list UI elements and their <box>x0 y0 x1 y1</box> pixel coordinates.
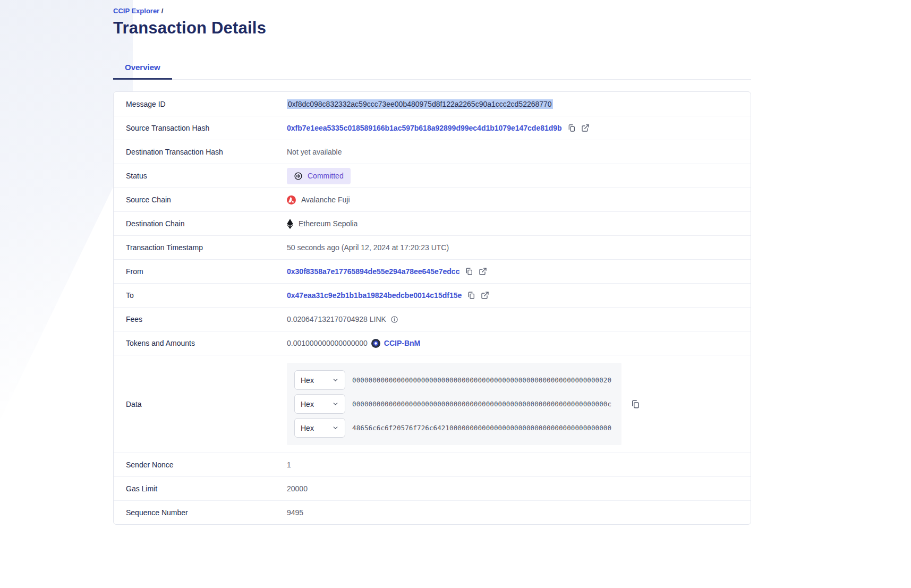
breadcrumb-ccip-explorer-link[interactable]: CCIP Explorer <box>113 7 159 15</box>
destination-tx-hash-value: Not yet available <box>287 148 342 156</box>
hex-format-select-value: Hex <box>301 400 314 408</box>
tab-overview[interactable]: Overview <box>113 57 172 79</box>
row-label: Sender Nonce <box>114 461 287 469</box>
copy-icon[interactable] <box>467 291 475 300</box>
sender-nonce-value: 1 <box>287 461 291 469</box>
data-hex-value: 48656c6c6f20576f726c64210000000000000000… <box>352 424 611 432</box>
row-sender-nonce: Sender Nonce 1 <box>114 453 751 476</box>
main-content: CCIP Explorer / Transaction Details Over… <box>113 0 751 525</box>
transaction-details-card: Message ID 0xf8dc098c832332ac59ccc73ee00… <box>113 91 751 525</box>
row-label: From <box>114 267 287 276</box>
gas-limit-value: 20000 <box>287 484 308 493</box>
token-ccip-bnm-link[interactable]: CCIP-BnM <box>384 339 420 347</box>
external-link-icon[interactable] <box>479 267 487 276</box>
status-badge: Committed <box>287 168 351 184</box>
chevron-down-icon <box>332 400 339 407</box>
from-address-link[interactable]: 0x30f8358a7e17765894de55e294a78ee645e7ed… <box>287 267 459 276</box>
source-tx-hash-link[interactable]: 0xfb7e1eea5335c018589166b1ac597b618a9289… <box>287 124 562 132</box>
copy-icon[interactable] <box>567 124 576 132</box>
row-tokens-and-amounts: Tokens and Amounts 0.001000000000000000 … <box>114 331 751 355</box>
row-sequence-number: Sequence Number 9495 <box>114 500 751 524</box>
hex-format-select-value: Hex <box>301 376 314 385</box>
data-hex-line: Hex 000000000000000000000000000000000000… <box>294 394 614 414</box>
breadcrumb-separator: / <box>161 7 164 15</box>
chevron-down-icon <box>332 377 339 384</box>
row-transaction-timestamp: Transaction Timestamp 50 seconds ago (Ap… <box>114 235 751 259</box>
source-chain-label: Avalanche Fuji <box>301 195 350 204</box>
row-source-transaction-hash: Source Transaction Hash 0xfb7e1eea5335c0… <box>114 116 751 140</box>
data-hex-value: 0000000000000000000000000000000000000000… <box>352 400 611 408</box>
data-hex-value: 0000000000000000000000000000000000000000… <box>352 376 611 384</box>
row-label: Sequence Number <box>114 508 287 517</box>
row-label: Status <box>114 172 287 180</box>
row-label: To <box>114 291 287 300</box>
hex-format-select[interactable]: Hex <box>294 394 345 414</box>
to-address-link[interactable]: 0x47eaa31c9e2b1b1ba19824bedcbe0014c15df1… <box>287 291 462 300</box>
row-source-chain: Source Chain Avalanche Fuji <box>114 188 751 211</box>
row-gas-limit: Gas Limit 20000 <box>114 476 751 500</box>
row-label: Destination Chain <box>114 219 287 228</box>
sequence-number-value: 9495 <box>287 508 303 517</box>
row-status: Status Committed <box>114 164 751 188</box>
external-link-icon[interactable] <box>581 124 590 132</box>
page-title: Transaction Details <box>113 19 751 38</box>
external-link-icon[interactable] <box>481 291 489 300</box>
status-badge-label: Committed <box>308 172 344 180</box>
message-id-value: 0xf8dc098c832332ac59ccc73ee00b480975d8f1… <box>287 99 553 109</box>
copy-icon[interactable] <box>465 267 473 276</box>
chevron-down-icon <box>332 424 339 431</box>
row-label: Transaction Timestamp <box>114 243 287 252</box>
row-label: Destination Transaction Hash <box>114 148 287 156</box>
row-label: Message ID <box>114 100 287 108</box>
row-label: Tokens and Amounts <box>114 339 287 347</box>
fees-value: 0.020647132170704928 LINK <box>287 315 386 323</box>
avalanche-logo-icon <box>287 195 296 204</box>
row-label: Source Transaction Hash <box>114 124 287 132</box>
row-destination-transaction-hash: Destination Transaction Hash Not yet ava… <box>114 140 751 164</box>
commit-status-icon <box>294 172 303 181</box>
token-amount: 0.001000000000000000 <box>287 339 368 347</box>
timestamp-value: 50 seconds ago (April 12, 2024 at 17:20:… <box>287 243 449 252</box>
row-destination-chain: Destination Chain Ethereum Sepolia <box>114 211 751 235</box>
row-data: Data Hex 0000000000000000000000000000000… <box>114 355 751 453</box>
row-to: To 0x47eaa31c9e2b1b1ba19824bedcbe0014c15… <box>114 283 751 307</box>
hex-format-select-value: Hex <box>301 424 314 432</box>
copy-icon[interactable] <box>631 399 640 409</box>
row-label: Source Chain <box>114 195 287 204</box>
row-message-id: Message ID 0xf8dc098c832332ac59ccc73ee00… <box>114 92 751 116</box>
destination-chain-label: Ethereum Sepolia <box>299 219 357 228</box>
row-from: From 0x30f8358a7e17765894de55e294a78ee64… <box>114 259 751 283</box>
source-chain-value: Avalanche Fuji <box>287 195 350 204</box>
row-label: Gas Limit <box>114 484 287 493</box>
hex-format-select[interactable]: Hex <box>294 418 345 438</box>
info-icon[interactable] <box>390 316 398 323</box>
ccip-bnm-token-icon <box>371 339 380 348</box>
row-label: Fees <box>114 315 287 323</box>
tab-bar: Overview <box>113 57 751 80</box>
data-hex-line: Hex 48656c6c6f20576f726c6421000000000000… <box>294 418 614 438</box>
destination-chain-value: Ethereum Sepolia <box>287 219 357 229</box>
hex-format-select[interactable]: Hex <box>294 370 345 390</box>
row-fees: Fees 0.020647132170704928 LINK <box>114 307 751 331</box>
row-label: Data <box>114 400 287 408</box>
data-hex-line: Hex 000000000000000000000000000000000000… <box>294 370 614 390</box>
ethereum-logo-icon <box>287 219 293 229</box>
data-hex-box: Hex 000000000000000000000000000000000000… <box>287 363 621 445</box>
breadcrumb: CCIP Explorer / <box>113 7 751 15</box>
